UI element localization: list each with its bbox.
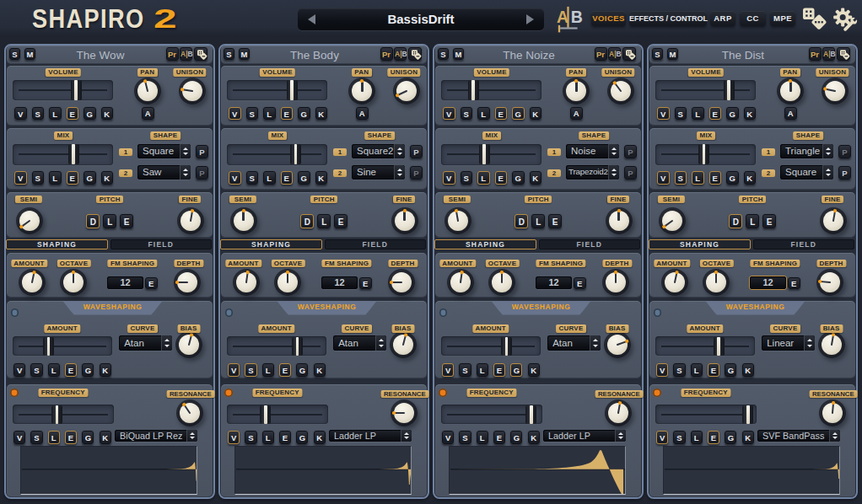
- svg-text:B: B: [571, 8, 583, 26]
- svg-text:A: A: [557, 8, 568, 26]
